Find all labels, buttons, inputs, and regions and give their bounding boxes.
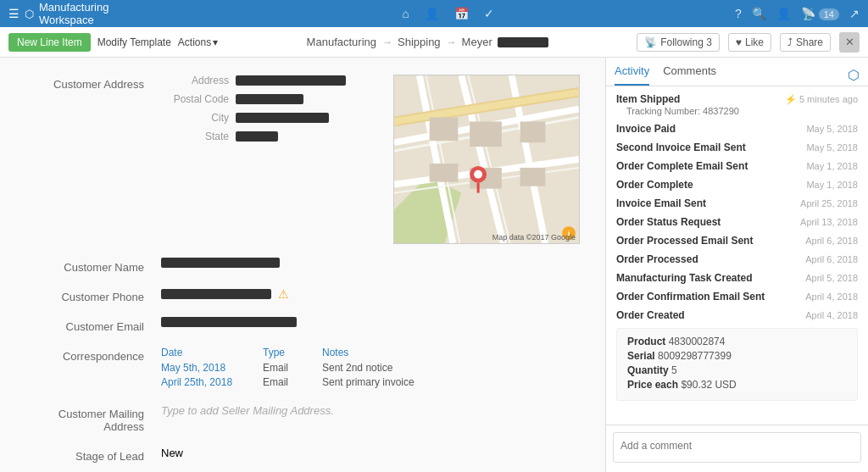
activity-item-confirmation: Order Confirmation Email Sent April 4, 2… bbox=[616, 291, 858, 303]
postal-row: Postal Code bbox=[161, 93, 380, 105]
state-value bbox=[236, 131, 278, 142]
customer-phone-content: ⚠ bbox=[161, 287, 580, 301]
activity-date-confirmation: April 4, 2018 bbox=[805, 292, 858, 302]
activity-item-processed: Order Processed April 6, 2018 bbox=[616, 253, 858, 265]
activity-item-order-complete: Order Complete May 1, 2018 bbox=[616, 179, 858, 191]
customer-address-field: Customer Address Address Postal Code bbox=[25, 75, 580, 244]
profile-icon[interactable]: 👤 bbox=[776, 7, 791, 20]
address-value bbox=[236, 75, 346, 86]
customer-name-content bbox=[161, 258, 580, 270]
activity-title-invoice-paid: Invoice Paid bbox=[616, 123, 676, 135]
mailing-address-label: Customer Mailing Address bbox=[25, 404, 161, 433]
price-label: Price each bbox=[627, 379, 678, 391]
activity-item-processed-email: Order Processed Email Sent April 6, 2018 bbox=[616, 235, 858, 247]
activity-date-order-complete-email: May 1, 2018 bbox=[806, 161, 858, 171]
correspondence-field: Correspondence Date Type Notes May 5th, … bbox=[25, 347, 580, 391]
follow-icon: 📡 bbox=[644, 36, 657, 48]
share-label: Share bbox=[796, 36, 823, 48]
activity-sub-shipped: Tracking Number: 4837290 bbox=[616, 106, 858, 116]
tasks-icon[interactable]: ✓ bbox=[484, 7, 494, 20]
mailing-address-content[interactable]: Type to add Seller Mailing Address. bbox=[161, 404, 580, 417]
customer-email-label: Customer Email bbox=[25, 317, 161, 333]
like-button[interactable]: ♥ Like bbox=[728, 33, 771, 52]
activity-item-main-12: Order Created April 4, 2018 bbox=[616, 309, 858, 321]
address-block: Address Postal Code City State bbox=[161, 75, 580, 244]
stage-content: New bbox=[161, 447, 580, 459]
customer-phone-value bbox=[161, 289, 271, 299]
activity-item-invoice-paid: Invoice Paid May 5, 2018 bbox=[616, 123, 858, 135]
corr-date-1: May 5th, 2018 bbox=[161, 362, 246, 374]
corr-date-2: April 25th, 2018 bbox=[161, 376, 246, 388]
external-icon[interactable]: ↗ bbox=[849, 7, 860, 20]
activity-item-second-invoice: Second Invoice Email Sent May 5, 2018 bbox=[616, 142, 858, 153]
activity-date-status-request: April 13, 2018 bbox=[800, 217, 858, 227]
menu-icon[interactable]: ☰ bbox=[8, 7, 19, 20]
actions-chevron-icon: ▾ bbox=[213, 36, 218, 48]
col-notes-header: Notes bbox=[322, 347, 580, 358]
activity-title-order-complete-email: Order Complete Email Sent bbox=[616, 160, 748, 172]
calendar-icon[interactable]: 📅 bbox=[454, 7, 469, 20]
modify-template-button[interactable]: Modify Template bbox=[97, 36, 171, 48]
detail-price: Price each $90.32 USD bbox=[627, 379, 847, 391]
activity-item-order-complete-email: Order Complete Email Sent May 1, 2018 bbox=[616, 160, 858, 172]
activity-item-shipped: Item Shipped ⚡ 5 minutes ago Tracking Nu… bbox=[616, 93, 858, 116]
notifications-icon[interactable]: 📡 14 bbox=[801, 7, 839, 20]
activity-item-main-3: Second Invoice Email Sent May 5, 2018 bbox=[616, 142, 858, 153]
col-date-header: Date bbox=[161, 347, 246, 358]
activity-date-second-invoice: May 5, 2018 bbox=[806, 142, 858, 153]
home-icon[interactable]: ⌂ bbox=[402, 7, 409, 20]
activity-item-main-2: Invoice Paid May 5, 2018 bbox=[616, 123, 858, 135]
new-line-item-button[interactable]: New Line Item bbox=[8, 33, 91, 52]
breadcrumb-part2: Shipping bbox=[398, 36, 441, 48]
activity-date-order-complete: May 1, 2018 bbox=[806, 180, 858, 190]
map-container: i Map data ©2017 Google bbox=[393, 75, 580, 244]
follow-button[interactable]: 📡 Following 3 bbox=[637, 33, 720, 52]
detail-quantity: Quantity 5 bbox=[627, 364, 847, 376]
comment-box bbox=[606, 425, 868, 472]
city-sub-label: City bbox=[161, 112, 229, 124]
toolbar: New Line Item Modify Template Actions ▾ … bbox=[0, 27, 868, 58]
activity-item-created: Order Created April 4, 2018 bbox=[616, 309, 858, 321]
col-type-header: Type bbox=[263, 347, 305, 358]
svg-rect-16 bbox=[430, 164, 459, 182]
state-row: State bbox=[161, 130, 380, 142]
activity-date-created: April 4, 2018 bbox=[805, 310, 858, 320]
comment-input[interactable] bbox=[613, 432, 861, 463]
activity-title-shipped: Item Shipped bbox=[616, 93, 680, 105]
correspondence-label: Correspondence bbox=[25, 347, 161, 363]
customer-name-field: Customer Name bbox=[25, 258, 580, 274]
top-nav: ☰ ⬡ Manufacturing Workspace ⌂ 👤 📅 ✓ ? 🔍 … bbox=[0, 0, 868, 27]
workspace-name: Manufacturing Workspace bbox=[39, 1, 161, 26]
city-value bbox=[236, 113, 329, 123]
brand: ☰ ⬡ Manufacturing Workspace bbox=[8, 1, 161, 26]
order-details-card: Product 4830002874 Serial 8009298777399 … bbox=[616, 328, 858, 401]
left-panel: Customer Address Address Postal Code bbox=[0, 58, 605, 472]
activity-item-main-6: Invoice Email Sent April 25, 2018 bbox=[616, 197, 858, 209]
nav-right: ? 🔍 👤 📡 14 ↗ bbox=[735, 7, 860, 20]
stage-field: Stage of Lead New bbox=[25, 447, 580, 463]
customer-email-value bbox=[161, 317, 297, 327]
activity-title-status-request: Order Status Request bbox=[616, 216, 721, 228]
tab-activity[interactable]: Activity bbox=[615, 64, 649, 86]
activity-item-invoice-email: Invoice Email Sent April 25, 2018 bbox=[616, 197, 858, 209]
customer-name-label: Customer Name bbox=[25, 258, 161, 274]
postal-sub-label: Postal Code bbox=[161, 93, 229, 105]
close-button[interactable]: ✕ bbox=[839, 32, 860, 53]
actions-button[interactable]: Actions ▾ bbox=[178, 36, 218, 48]
activity-icon[interactable]: 👤 bbox=[425, 7, 439, 20]
search-icon[interactable]: 🔍 bbox=[752, 7, 766, 20]
share-icon: ⤴ bbox=[787, 36, 793, 48]
address-sub-label: Address bbox=[161, 75, 229, 86]
breadcrumb: Manufacturing → Shipping → Meyer bbox=[225, 36, 630, 48]
corr-notes-1: Sent 2nd notice bbox=[322, 362, 580, 374]
tab-comments[interactable]: Comments bbox=[663, 64, 716, 86]
refresh-icon[interactable]: ⬡ bbox=[848, 67, 860, 83]
activity-date-invoice-email: April 25, 2018 bbox=[800, 198, 858, 208]
share-button[interactable]: ⤴ Share bbox=[780, 33, 831, 52]
mailing-address-placeholder: Type to add Seller Mailing Address. bbox=[161, 404, 334, 417]
activity-date-invoice-paid: May 5, 2018 bbox=[806, 124, 858, 134]
help-icon[interactable]: ? bbox=[735, 7, 742, 20]
svg-rect-14 bbox=[470, 121, 502, 147]
corr-type-1: Email bbox=[263, 362, 305, 374]
activity-item-main: Item Shipped ⚡ 5 minutes ago bbox=[616, 93, 858, 105]
